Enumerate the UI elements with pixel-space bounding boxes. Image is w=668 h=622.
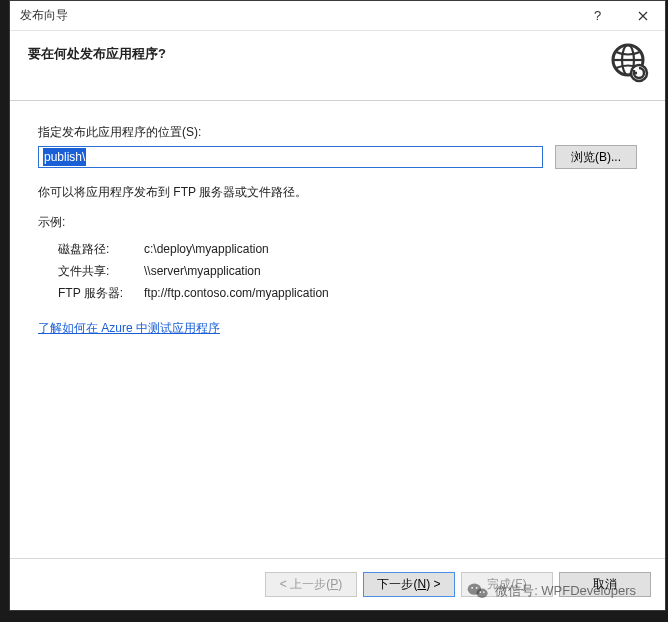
example-share-label: 文件共享: [58, 261, 142, 281]
wizard-content: 指定发布此应用程序的位置(S): publish\ 浏览(B)... 你可以将应… [10, 101, 665, 558]
example-disk-label: 磁盘路径: [58, 239, 142, 259]
examples-table: 磁盘路径: c:\deploy\myapplication 文件共享: \\se… [56, 237, 331, 305]
publish-path-value: publish\ [43, 148, 86, 166]
close-icon [638, 11, 648, 21]
next-button[interactable]: 下一步(N) > [363, 572, 455, 597]
titlebar: 发布向导 ? [10, 1, 665, 31]
example-disk-value: c:\deploy\myapplication [144, 239, 329, 259]
example-ftp-label: FTP 服务器: [58, 283, 142, 303]
azure-link[interactable]: 了解如何在 Azure 中测试应用程序 [38, 321, 220, 335]
publish-path-input[interactable]: publish\ [38, 146, 543, 168]
example-share-value: \\server\myapplication [144, 261, 329, 281]
example-row-disk: 磁盘路径: c:\deploy\myapplication [58, 239, 329, 259]
globe-icon [607, 41, 649, 86]
window-title: 发布向导 [20, 7, 575, 24]
example-heading: 示例: [38, 213, 637, 231]
wizard-footer: < 上一步(P) 下一步(N) > 完成(F) 取消 [10, 558, 665, 610]
example-ftp-value: ftp://ftp.contoso.com/myapplication [144, 283, 329, 303]
help-button[interactable]: ? [575, 1, 620, 31]
finish-button: 完成(F) [461, 572, 553, 597]
browse-button[interactable]: 浏览(B)... [555, 145, 637, 169]
wizard-header: 要在何处发布应用程序? [10, 31, 665, 101]
prev-button: < 上一步(P) [265, 572, 357, 597]
example-row-ftp: FTP 服务器: ftp://ftp.contoso.com/myapplica… [58, 283, 329, 303]
publish-description: 你可以将应用程序发布到 FTP 服务器或文件路径。 [38, 183, 637, 201]
cancel-button[interactable]: 取消 [559, 572, 651, 597]
header-question: 要在何处发布应用程序? [28, 45, 647, 63]
location-label: 指定发布此应用程序的位置(S): [38, 123, 637, 141]
close-button[interactable] [620, 1, 665, 31]
publish-wizard-dialog: 发布向导 ? 要在何处发布应用程序? 指定发布此应用程序的位置(S): [9, 0, 666, 611]
example-row-share: 文件共享: \\server\myapplication [58, 261, 329, 281]
